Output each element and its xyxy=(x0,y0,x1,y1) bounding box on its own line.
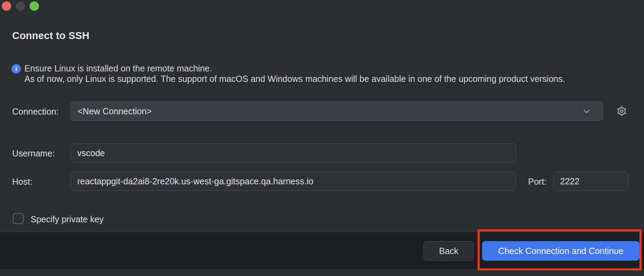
info-icon: i xyxy=(11,64,21,74)
specify-private-key-checkbox[interactable] xyxy=(13,213,24,224)
chevron-down-icon xyxy=(582,107,591,116)
port-label: Port: xyxy=(528,177,547,187)
gear-icon[interactable] xyxy=(615,105,628,118)
primary-button-label: Check Connection and Continue xyxy=(498,246,623,256)
page-title: Connect to SSH xyxy=(12,30,89,41)
connection-dropdown[interactable]: <New Connection> xyxy=(70,101,603,121)
connection-dropdown-value: <New Connection> xyxy=(78,106,582,116)
check-connection-and-continue-button[interactable]: Check Connection and Continue xyxy=(482,241,639,261)
host-label: Host: xyxy=(12,177,32,187)
port-value: 2222 xyxy=(560,176,580,186)
host-value: reactappgit-da2ai8-2re20k.us-west-ga.git… xyxy=(77,176,313,186)
username-value: vscode xyxy=(77,148,105,158)
port-field[interactable]: 2222 xyxy=(553,171,628,191)
info-text-line1: Ensure Linux is installed on the remote … xyxy=(24,63,212,74)
info-text-line2: As of now, only Linux is supported. The … xyxy=(24,74,565,84)
username-field[interactable]: vscode xyxy=(70,143,516,163)
specify-private-key-label: Specify private key xyxy=(31,214,104,224)
close-button[interactable] xyxy=(2,1,11,11)
connection-label: Connection: xyxy=(12,107,58,117)
host-field[interactable]: reactappgit-da2ai8-2re20k.us-west-ga.git… xyxy=(70,171,516,191)
username-label: Username: xyxy=(12,148,55,159)
back-button-label: Back xyxy=(439,246,458,256)
maximize-button[interactable] xyxy=(30,1,39,11)
connect-to-ssh-dialog: Connect to SSH i Ensure Linux is install… xyxy=(0,0,644,276)
back-button[interactable]: Back xyxy=(424,241,474,261)
minimize-button[interactable] xyxy=(16,1,25,11)
